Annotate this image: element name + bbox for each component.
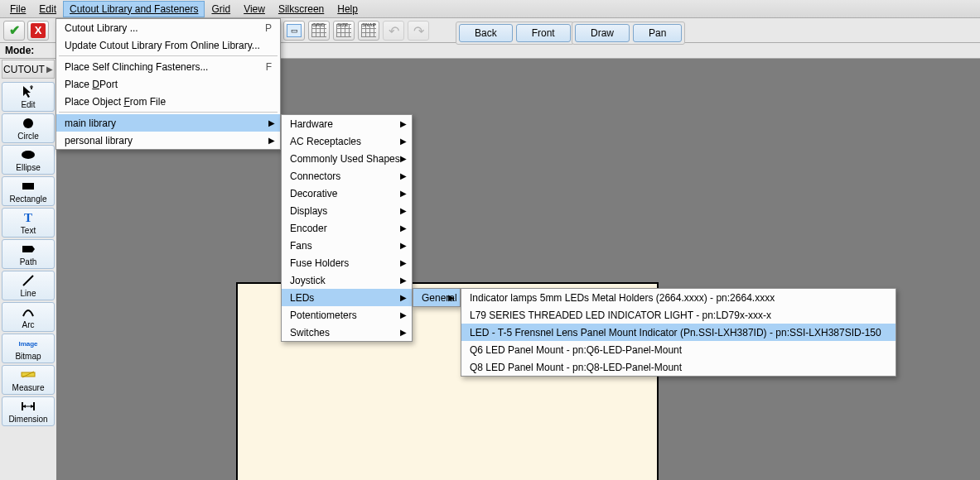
rect-icon xyxy=(21,179,36,194)
tool-label: Ellipse xyxy=(16,163,40,172)
back-button[interactable]: Back xyxy=(459,24,513,42)
draw-button[interactable]: Draw xyxy=(575,24,630,42)
menu-item-hardware[interactable]: Hardware▶ xyxy=(282,115,412,132)
tool-circle[interactable]: Circle xyxy=(2,113,55,143)
selection-icon: ▭ xyxy=(287,24,302,37)
chevron-right-icon: ▶ xyxy=(400,223,407,233)
chevron-right-icon: ▶ xyxy=(46,65,53,74)
menu-item-joystick[interactable]: Joystick▶ xyxy=(282,271,412,289)
menu-item-personal-library[interactable]: personal library▶ xyxy=(56,132,280,149)
menu-item-fans[interactable]: Fans▶ xyxy=(282,237,412,254)
chevron-right-icon: ▶ xyxy=(400,171,407,180)
menu-item-decorative[interactable]: Decorative▶ xyxy=(282,185,412,202)
menu-item-encoder[interactable]: Encoder▶ xyxy=(282,219,412,237)
undo-button[interactable]: ↶ xyxy=(383,21,404,41)
tool-rectangle[interactable]: Rectangle xyxy=(2,176,55,206)
menu-item-place-dport[interactable]: Place DPort xyxy=(56,75,280,93)
menubar: File Edit Cutout Library and Fasteners G… xyxy=(0,0,980,18)
tool-text[interactable]: TText xyxy=(2,208,55,238)
cancel-button[interactable]: X xyxy=(27,21,49,41)
menu-item-displays[interactable]: Displays▶ xyxy=(282,202,412,219)
sidebar: CUTOUT▶ EditCircleEllipseRectangleTTextP… xyxy=(0,59,56,480)
mode-button[interactable]: CUTOUT▶ xyxy=(2,60,55,79)
arc-icon xyxy=(22,305,35,319)
svg-point-4 xyxy=(22,151,35,159)
menu-item-switches[interactable]: Switches▶ xyxy=(282,324,412,341)
chevron-right-icon: ▶ xyxy=(400,119,407,128)
menu-item-place-self[interactable]: Place Self Clinching Fasteners...F xyxy=(56,58,280,75)
x-icon: X xyxy=(31,23,46,38)
tool-dimension[interactable]: Dimension xyxy=(2,396,55,426)
tool-measure[interactable]: Measure xyxy=(2,365,55,395)
tool-line[interactable]: Line xyxy=(2,271,55,300)
svg-marker-6 xyxy=(22,246,35,252)
menu-item-main-library[interactable]: main library▶ xyxy=(56,114,280,132)
menu-view[interactable]: View xyxy=(237,1,272,17)
tool-bitmap[interactable]: ImageBitmap xyxy=(2,334,55,363)
menu-cutout-library[interactable]: Cutout Library and Fasteners xyxy=(63,1,205,17)
ellipse-icon xyxy=(20,147,36,162)
menu-item-potentiometers[interactable]: Potentiometers▶ xyxy=(282,306,412,324)
tool-label: Arc xyxy=(22,320,35,329)
menu-edit[interactable]: Edit xyxy=(32,1,63,17)
grid-button[interactable]: GRID xyxy=(308,21,330,41)
chevron-right-icon: ▶ xyxy=(400,206,407,215)
menu-item-led-option[interactable]: Indicator lamps 5mm LEDs Metal Holders (… xyxy=(461,289,896,306)
cursor-icon xyxy=(22,84,35,99)
svg-line-7 xyxy=(23,276,33,286)
chevron-right-icon: ▶ xyxy=(400,276,407,285)
tool-edit[interactable]: Edit xyxy=(2,82,55,112)
cutout-menu: Cutout Library ...P Update Cutout Librar… xyxy=(56,18,281,150)
accept-button[interactable]: ✔ xyxy=(3,21,25,41)
face-group: Back Front xyxy=(456,22,574,45)
chevron-right-icon: ▶ xyxy=(400,137,407,146)
menu-silkscreen[interactable]: Silkscreen xyxy=(272,1,331,17)
svg-rect-5 xyxy=(22,183,34,190)
text-icon: T xyxy=(24,210,32,225)
menu-file[interactable]: File xyxy=(3,1,32,17)
tool-label: Line xyxy=(21,289,36,298)
leds-submenu: General▶ xyxy=(413,288,461,307)
snap-icon: SNAP xyxy=(361,24,376,37)
separator xyxy=(59,112,278,113)
size-button[interactable]: SIZE xyxy=(333,21,355,41)
menu-item-commonly-used-shapes[interactable]: Commonly Used Shapes▶ xyxy=(282,150,412,167)
chevron-right-icon: ▶ xyxy=(400,258,407,267)
menu-item-led-option[interactable]: L79 SERIES THREADED LED INDICATOR LIGHT … xyxy=(461,306,896,324)
chevron-right-icon: ▶ xyxy=(400,241,407,250)
menu-item-led-option[interactable]: Q8 LED Panel Mount - pn:Q8-LED-Panel-Mou… xyxy=(461,358,896,376)
menu-item-ac-receptacles[interactable]: AC Receptacles▶ xyxy=(282,132,412,150)
circle-icon xyxy=(22,116,35,131)
menu-item-place-object[interactable]: Place Object From File xyxy=(56,93,280,110)
menu-item-update-library[interactable]: Update Cutout Library From Online Librar… xyxy=(56,36,280,54)
mode-group: Draw Pan xyxy=(572,22,685,45)
tool-label: Bitmap xyxy=(15,352,41,361)
menu-item-cutout-library[interactable]: Cutout Library ...P xyxy=(56,19,280,36)
dimension-icon xyxy=(20,399,36,414)
menu-grid[interactable]: Grid xyxy=(205,1,237,17)
tool-label: Circle xyxy=(17,132,39,141)
chevron-right-icon: ▶ xyxy=(400,189,407,198)
undo-icon: ↶ xyxy=(389,23,399,39)
menu-item-leds[interactable]: LEDs▶ xyxy=(282,289,412,306)
menu-item-general[interactable]: General▶ xyxy=(413,289,460,306)
tool-label: Path xyxy=(20,257,37,266)
grid-icon: GRID xyxy=(311,24,326,37)
chevron-right-icon: ▶ xyxy=(400,310,407,319)
path-icon xyxy=(21,242,36,257)
menu-item-led-option[interactable]: Q6 LED Panel Mount - pn:Q6-LED-Panel-Mou… xyxy=(461,341,896,358)
general-submenu: Indicator lamps 5mm LEDs Metal Holders (… xyxy=(461,288,896,377)
tool-arc[interactable]: Arc xyxy=(2,302,55,332)
selection-tool-button[interactable]: ▭ xyxy=(283,21,305,41)
menu-item-led-option[interactable]: LED - T-5 Frensnel Lens Panel Mount Indi… xyxy=(461,324,896,341)
redo-button[interactable]: ↷ xyxy=(408,21,429,41)
front-button[interactable]: Front xyxy=(516,24,571,42)
snap-button[interactable]: SNAP xyxy=(358,21,379,41)
pan-button[interactable]: Pan xyxy=(633,24,682,42)
tool-ellipse[interactable]: Ellipse xyxy=(2,145,55,175)
menu-item-connectors[interactable]: Connectors▶ xyxy=(282,167,412,185)
main-library-submenu: Hardware▶AC Receptacles▶Commonly Used Sh… xyxy=(281,114,413,342)
tool-path[interactable]: Path xyxy=(2,239,55,269)
menu-help[interactable]: Help xyxy=(331,1,364,17)
menu-item-fuse-holders[interactable]: Fuse Holders▶ xyxy=(282,254,412,271)
